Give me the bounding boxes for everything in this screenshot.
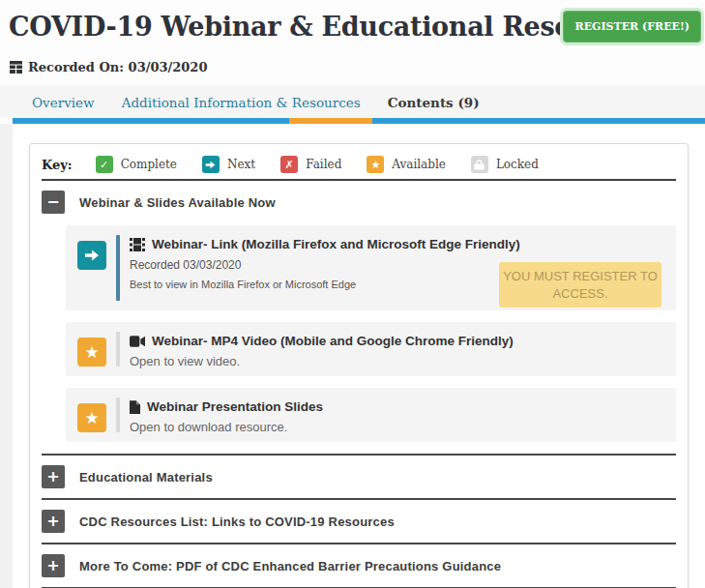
register-button[interactable]: REGISTER (FREE!) <box>563 11 701 43</box>
tab-contents[interactable]: Contents (9) <box>388 95 480 110</box>
item-title: Webinar- MP4 Video (Mobile and Google Ch… <box>152 334 514 348</box>
section-title: Webinar & Slides Available Now <box>79 195 276 210</box>
contents-panel: Key: ✓ Complete Next ✗ Failed ★ <box>13 124 705 588</box>
section-title: Educational Materials <box>79 470 213 485</box>
key-item-available: ★ Available <box>367 156 446 173</box>
file-icon <box>130 400 140 414</box>
next-arrow-icon <box>77 241 106 270</box>
key-item-complete: ✓ Complete <box>96 156 177 173</box>
item-body: Webinar Presentation Slides Open to down… <box>130 396 664 434</box>
star-icon: ★ <box>367 156 384 173</box>
section-items: Webinar- Link (Mozilla Firefox and Micro… <box>66 225 676 442</box>
key-item-next: Next <box>202 156 255 173</box>
item-description: Open to view video. <box>130 354 664 368</box>
section-title: CDC Resources List: Links to COVID-19 Re… <box>79 514 395 529</box>
page: COVID-19 Webinar & Educational Resources… <box>0 0 705 588</box>
x-icon: ✗ <box>280 156 298 173</box>
film-icon <box>130 238 145 251</box>
key-label: Key: <box>42 158 73 172</box>
item-title: Webinar Presentation Slides <box>147 399 323 414</box>
key-item-label: Next <box>227 158 255 171</box>
collapse-toggle-button[interactable]: − <box>42 191 65 214</box>
expand-toggle-button[interactable]: + <box>42 510 65 533</box>
contents-card: Key: ✓ Complete Next ✗ Failed ★ <box>29 143 689 588</box>
key-item-label: Complete <box>121 158 177 171</box>
header: COVID-19 Webinar & Educational Resources… <box>0 0 705 85</box>
item-title: Webinar- Link (Mozilla Firefox and Micro… <box>152 237 520 251</box>
star-icon: ★ <box>77 338 106 367</box>
item-body: Webinar- MP4 Video (Mobile and Google Ch… <box>130 330 664 368</box>
item-status-bar <box>116 235 120 301</box>
item-title-row: Webinar- MP4 Video (Mobile and Google Ch… <box>130 334 664 348</box>
arrow-right-icon <box>202 156 220 173</box>
expand-toggle-button[interactable]: + <box>42 465 65 488</box>
recorded-on: Recorded On: 03/03/2020 <box>10 60 207 74</box>
recorded-on-label: Recorded On: 03/03/2020 <box>28 60 207 74</box>
section-educational-materials: + Educational Materials <box>42 456 676 498</box>
section-title: More To Come: PDF of CDC Enhanced Barrie… <box>79 559 501 573</box>
key-item-label: Locked <box>496 158 539 171</box>
content-item-webinar-link[interactable]: Webinar- Link (Mozilla Firefox and Micro… <box>66 225 676 310</box>
section-webinar-slides: − Webinar & Slides Available Now <box>42 181 676 221</box>
page-title: COVID-19 Webinar & Educational Resources <box>9 12 650 42</box>
register-notice: YOU MUST REGISTER TO ACCESS. <box>499 262 661 308</box>
expand-toggle-button[interactable]: + <box>42 554 65 577</box>
tab-overview[interactable]: Overview <box>32 95 95 110</box>
page-left-gutter <box>0 124 13 588</box>
tab-additional-information[interactable]: Additional Information & Resources <box>122 95 361 110</box>
item-status-bar <box>116 332 120 367</box>
lock-icon <box>471 156 488 173</box>
tab-bar: Overview Additional Information & Resour… <box>32 95 480 110</box>
key-item-label: Failed <box>306 158 341 171</box>
content-item-mp4-video[interactable]: ★ Webinar- MP4 Video (Mobile and Google … <box>66 322 676 376</box>
star-icon: ★ <box>77 403 106 432</box>
key-item-failed: ✗ Failed <box>280 156 341 173</box>
calendar-icon <box>10 61 22 74</box>
item-title-row: Webinar Presentation Slides <box>130 399 664 414</box>
section-cdc-resources: + CDC Resources List: Links to COVID-19 … <box>42 500 676 543</box>
key-item-label: Available <box>392 158 446 171</box>
key-legend: Key: ✓ Complete Next ✗ Failed ★ <box>42 150 676 181</box>
section-more-to-come: + More To Come: PDF of CDC Enhanced Barr… <box>42 544 676 587</box>
item-description: Open to download resource. <box>130 420 664 434</box>
item-title-row: Webinar- Link (Mozilla Firefox and Micro… <box>130 237 664 251</box>
video-camera-icon <box>130 336 145 347</box>
content-item-presentation-slides[interactable]: ★ Webinar Presentation Slides Open to do… <box>66 388 676 442</box>
item-status-bar <box>116 397 120 432</box>
check-icon: ✓ <box>96 156 113 173</box>
key-item-locked: Locked <box>471 156 539 173</box>
